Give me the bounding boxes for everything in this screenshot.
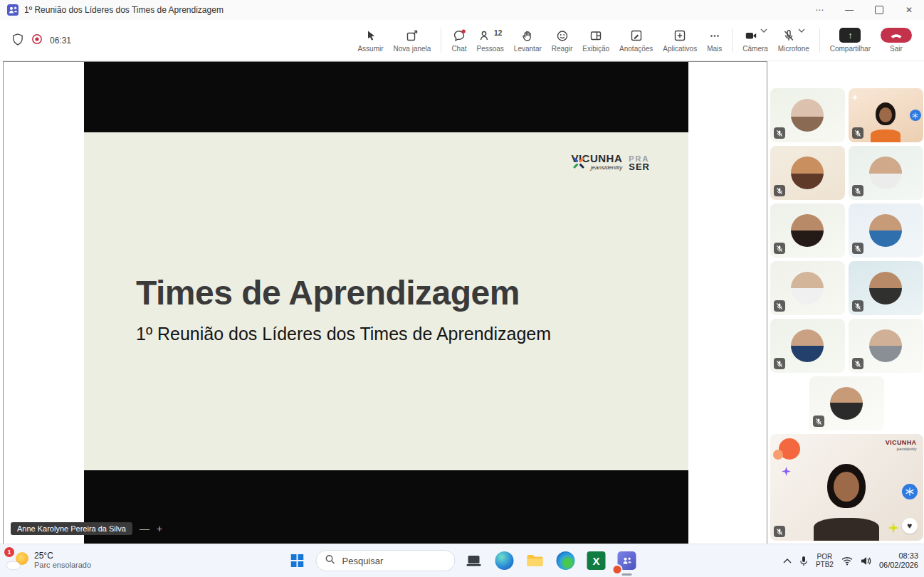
weather-widget[interactable]: 1 25°C Parc ensolarado	[7, 551, 91, 571]
camera-dropdown-chevron-icon[interactable]	[760, 28, 767, 33]
mic-off-icon	[852, 127, 863, 139]
window-maximize-button[interactable]	[864, 0, 894, 20]
more-button[interactable]: Mais	[702, 26, 727, 55]
participant-tile[interactable]	[849, 146, 923, 200]
weather-condition: Parc ensolarado	[34, 561, 91, 570]
snowflake-reaction-icon	[910, 110, 921, 121]
react-smiley-icon	[555, 28, 569, 43]
participant-tile[interactable]	[770, 203, 845, 258]
avatar	[791, 329, 824, 362]
mic-off-icon	[852, 185, 863, 196]
notification-badge: 1	[4, 547, 14, 557]
camera-icon	[744, 28, 758, 46]
slide-title: Times de Aprendizagem	[136, 132, 636, 312]
view-layout-icon	[589, 28, 603, 43]
windows-logo-icon	[291, 554, 304, 567]
avatar	[791, 157, 824, 189]
browser-icon[interactable]	[554, 549, 578, 573]
camera-button[interactable]: Câmera	[737, 26, 773, 55]
people-button[interactable]: 12 Pessoas	[472, 26, 509, 55]
toolbar-divider	[441, 28, 441, 53]
window-title: 1º Reunião dos Líderes dos Times de Apre…	[24, 5, 224, 15]
edge-icon[interactable]	[493, 549, 517, 573]
zoom-in-button[interactable]: +	[157, 523, 162, 534]
participant-tile[interactable]	[770, 146, 845, 200]
desktop-app-icon[interactable]	[462, 549, 486, 573]
participant-tile[interactable]	[770, 88, 845, 142]
raise-hand-icon	[520, 28, 535, 43]
mic-off-icon	[852, 300, 863, 312]
tray-microphone-icon[interactable]	[799, 556, 808, 566]
meeting-timer: 06:31	[50, 36, 71, 46]
avatar	[869, 329, 902, 362]
heart-reaction-icon[interactable]: ♥	[902, 518, 918, 534]
featured-video-tile[interactable]: VICUNHA jeansidentity ♥	[770, 434, 923, 541]
participant-tile[interactable]	[809, 376, 884, 430]
avatar	[791, 99, 824, 132]
tray-chevron-up-icon[interactable]	[783, 559, 792, 563]
share-button[interactable]: ↑ Compartilhar	[825, 26, 876, 55]
avatar	[869, 272, 902, 305]
speaker-icon[interactable]	[861, 556, 871, 566]
weather-temperature: 25°C	[34, 551, 91, 561]
maximize-icon	[875, 6, 883, 14]
apps-button[interactable]: Aplicativos	[658, 26, 702, 55]
microphone-button[interactable]: Microfone	[773, 26, 814, 55]
participant-tile[interactable]	[770, 319, 845, 373]
recording-indicator-icon	[31, 33, 43, 48]
toolbar-divider	[819, 28, 820, 53]
search-input[interactable]	[341, 555, 446, 567]
participant-tile[interactable]	[849, 261, 923, 315]
slide-letterbox-bottom	[84, 470, 688, 544]
participant-tile[interactable]	[770, 261, 845, 315]
microphone-dropdown-chevron-icon[interactable]	[798, 28, 805, 33]
participants-panel: VICUNHA jeansidentity ♥	[769, 61, 924, 544]
chat-button[interactable]: Chat	[446, 26, 471, 55]
new-window-button[interactable]: Nova janela	[389, 26, 436, 55]
participant-tile[interactable]	[849, 203, 923, 258]
clock[interactable]: 08:33 06/02/2026	[879, 551, 918, 570]
windows-taskbar: 1 25°C Parc ensolarado X POR PTB2	[0, 544, 924, 577]
language-indicator[interactable]: POR PTB2	[816, 553, 834, 568]
avatar	[869, 157, 902, 189]
window-titlebar: 1º Reunião dos Líderes dos Times de Apre…	[0, 0, 924, 20]
vicunha-video-logo: VICUNHA jeansidentity	[886, 440, 917, 452]
react-button[interactable]: Reagir	[547, 26, 577, 55]
teams-taskbar-icon[interactable]	[615, 549, 639, 573]
presentation-screen: VICUNHA jeansidentity PRA SER Times de A…	[84, 62, 688, 544]
featured-video-figure	[814, 464, 879, 541]
file-explorer-icon[interactable]	[523, 549, 547, 573]
mic-off-icon	[774, 300, 785, 312]
weather-sun-cloud-icon: 1	[7, 551, 28, 571]
take-control-button[interactable]: Assumir	[352, 26, 388, 55]
window-close-button[interactable]: ✕	[894, 0, 924, 20]
microphone-muted-icon	[782, 28, 796, 46]
apps-plus-icon	[673, 28, 687, 43]
participant-tile[interactable]	[849, 319, 923, 373]
clock-date: 06/02/2026	[879, 561, 918, 570]
shield-icon	[11, 33, 24, 48]
mic-off-icon	[774, 243, 785, 254]
avatar	[869, 214, 902, 247]
avatar	[791, 272, 824, 305]
meeting-toolbar: 06:31 Assumir Nova janela Chat 12 Pessoa…	[0, 20, 924, 61]
wifi-icon[interactable]	[841, 556, 853, 566]
leave-button[interactable]: Sair	[876, 26, 917, 55]
window-minimize-button[interactable]: —	[834, 0, 864, 20]
annotations-button[interactable]: Anotações	[614, 26, 658, 55]
mic-off-icon	[852, 358, 863, 369]
take-control-icon	[364, 28, 378, 43]
search-icon	[325, 554, 335, 567]
participant-video-tile[interactable]	[849, 88, 923, 142]
taskbar-search[interactable]	[316, 550, 456, 571]
view-button[interactable]: Exibição	[577, 26, 614, 55]
annotations-pen-icon	[629, 28, 644, 43]
orange-blob-decoration	[773, 450, 783, 460]
start-button[interactable]	[285, 549, 310, 573]
window-more-button[interactable]: ⋯	[804, 0, 834, 20]
slide-letterbox-top	[84, 62, 688, 132]
zoom-out-button[interactable]: —	[140, 523, 149, 534]
avatar	[791, 214, 824, 247]
excel-icon[interactable]: X	[584, 549, 609, 573]
raise-hand-button[interactable]: Levantar	[509, 26, 547, 55]
